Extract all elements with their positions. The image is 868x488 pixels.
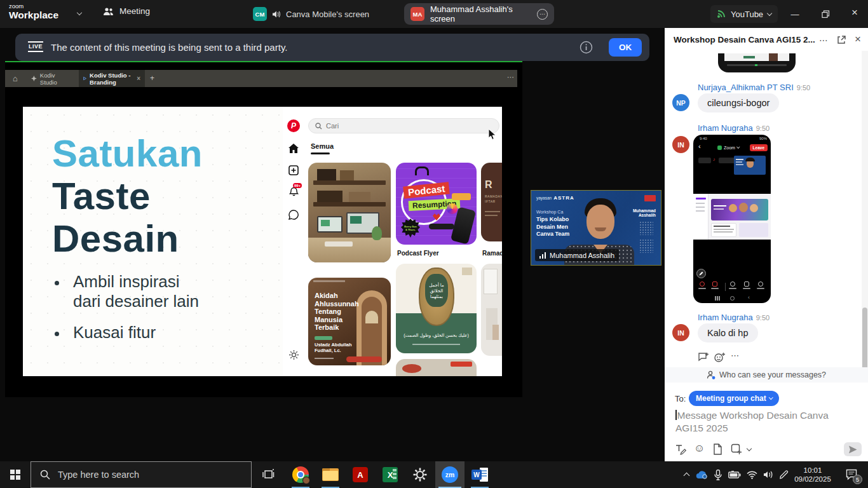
- tray-expand-chevron[interactable]: [679, 461, 694, 488]
- chat-image-partial[interactable]: [718, 53, 796, 72]
- banner-ok-button[interactable]: OK: [609, 38, 642, 57]
- restore-icon: [822, 10, 830, 18]
- banner-face: [750, 204, 758, 212]
- text-caret: [675, 410, 677, 420]
- mini-text: [736, 159, 743, 160]
- tab-more-icon[interactable]: ⋯: [537, 9, 548, 20]
- pin-interior: [481, 264, 502, 356]
- notifications-bell-icon: 99+: [287, 186, 300, 198]
- message-more-icon[interactable]: ⋯: [731, 351, 739, 360]
- tab-canva-mobile-screen[interactable]: CM Canva Mobile's screen: [253, 7, 369, 21]
- battery-icon[interactable]: [726, 461, 743, 488]
- card-text: [714, 231, 733, 233]
- window-decor: [484, 269, 498, 294]
- slide-bullet-1b: dari desainer lain: [73, 292, 199, 311]
- shared-app-tabbar: ⌂ Kodiv Studio Kodiv Studio - Branding ×…: [5, 70, 517, 87]
- format-text-icon[interactable]: [675, 444, 686, 455]
- create-plus-icon: [287, 164, 300, 177]
- medallion-text: ما أجمل الخلائق بمثلهما: [426, 282, 447, 299]
- android-home-icon: [730, 296, 735, 301]
- messages-icon: [287, 208, 300, 221]
- avatar: IN: [672, 324, 689, 341]
- taskbar-excel[interactable]: X: [376, 461, 405, 488]
- taskbar-word[interactable]: W: [465, 461, 494, 488]
- task-view-icon: [262, 469, 275, 480]
- pin-akidah: Akidah Ahlussunnah Tentang Manusia Terba…: [308, 278, 391, 365]
- microphone-icon[interactable]: [710, 461, 726, 488]
- phone-app-title: Zoom: [717, 146, 739, 150]
- taskbar-clock[interactable]: 10:01 09/02/2025: [790, 461, 835, 488]
- phone-tag: [698, 158, 711, 163]
- chat-scrollbar-track[interactable]: [862, 51, 868, 367]
- minimize-button[interactable]: —: [787, 7, 803, 21]
- restore-button[interactable]: [817, 7, 834, 21]
- slide-bullet-2: Kuasai fitur: [55, 323, 156, 342]
- action-center-button[interactable]: 5: [840, 461, 864, 488]
- books: [340, 170, 354, 180]
- info-icon[interactable]: [580, 41, 593, 54]
- canva-card: [739, 223, 768, 237]
- chrome-profile-avatar: [302, 477, 310, 484]
- search-icon: [40, 470, 50, 480]
- chat-more-icon[interactable]: ⋯: [817, 34, 830, 46]
- wifi-icon[interactable]: [743, 461, 760, 488]
- chat-scrollbar-thumb[interactable]: [862, 308, 867, 375]
- home-icon: [287, 142, 300, 154]
- recipient-selector[interactable]: Meeting group chat: [689, 391, 779, 406]
- emoji-icon[interactable]: ☺: [694, 442, 705, 455]
- person-icon: [707, 370, 715, 379]
- reply-in-thread-icon[interactable]: [698, 352, 709, 362]
- taskbar-acrobat[interactable]: A: [346, 461, 375, 488]
- notification-badge: 99+: [293, 183, 302, 188]
- sidebar-item: [696, 210, 705, 212]
- canva-card: [711, 223, 736, 237]
- sender-name: Nurjaya_Alhikmah PT SRI: [698, 83, 794, 92]
- taskbar-zoom-active[interactable]: zm: [435, 461, 465, 488]
- presentation-slide: Satukan Taste Desain Ambil inspirasi dar…: [23, 107, 502, 376]
- message-visibility-notice[interactable]: Who can see your messages?: [665, 367, 868, 383]
- chat-close-icon[interactable]: ×: [851, 33, 864, 46]
- task-view-button[interactable]: [253, 461, 283, 488]
- message-time: 9:50: [756, 125, 770, 132]
- start-button[interactable]: [0, 461, 31, 488]
- taskbar-file-explorer[interactable]: [316, 461, 345, 488]
- close-window-button[interactable]: ×: [846, 6, 863, 20]
- tab-meeting[interactable]: Meeting: [103, 6, 150, 16]
- brand-name: ASTRA: [553, 195, 574, 201]
- taskbar-settings[interactable]: [405, 461, 435, 488]
- slide-bullet-1: Ambil inspirasi: [55, 272, 180, 292]
- pin-label-ramadan: Ramada: [482, 250, 502, 257]
- onedrive-icon[interactable]: [694, 461, 710, 488]
- pen-icon[interactable]: [776, 461, 792, 488]
- pinterest-tab-all: Semua: [311, 142, 334, 154]
- pop-out-icon[interactable]: [835, 34, 848, 46]
- pinterest-logo-icon: P: [287, 119, 300, 132]
- avatar: MA: [410, 7, 424, 21]
- medallion-inner: ما أجمل الخلائق بمثلهما: [425, 274, 448, 307]
- mini-text: [736, 164, 743, 165]
- sidebar-item: [696, 207, 705, 208]
- acrobat-icon: A: [353, 467, 368, 482]
- to-label: To:: [675, 394, 686, 403]
- chat-image-phone-screenshot[interactable]: 9:40 90% ‹ Zoom Leave ♪: [693, 135, 771, 303]
- smiley-glyph: ☺: [694, 442, 705, 454]
- sponsor-logo: [644, 195, 656, 201]
- tab-muhammad-screen-active[interactable]: MA Muhammad Asshalih's screen ⋯: [404, 3, 554, 25]
- speaker-video-tile[interactable]: yayasan ASTRA Workshop Ca Tips Kolabo De…: [531, 191, 661, 265]
- workspace-chevron-down-icon[interactable]: [77, 10, 82, 15]
- taskbar-search-input[interactable]: Type here to search: [31, 461, 252, 488]
- add-reaction-icon[interactable]: [714, 352, 726, 362]
- share-border-indicator: [5, 61, 522, 62]
- taskbar-chrome[interactable]: [286, 461, 315, 488]
- headphones-decor: [415, 166, 429, 175]
- attach-file-icon[interactable]: [713, 444, 722, 455]
- livestream-youtube-menu[interactable]: YouTube: [710, 5, 778, 23]
- logo-small: zoom: [9, 3, 58, 10]
- message-input[interactable]: Message Workshop Desain Canva AGI15 2025: [675, 409, 846, 435]
- volume-icon[interactable]: [760, 461, 776, 488]
- screenshot-icon[interactable]: [731, 444, 742, 455]
- present-play-icon: [83, 76, 86, 81]
- send-button[interactable]: [844, 442, 862, 456]
- settings-gear-icon: [412, 467, 428, 482]
- phone-participants-icon: [729, 281, 736, 289]
